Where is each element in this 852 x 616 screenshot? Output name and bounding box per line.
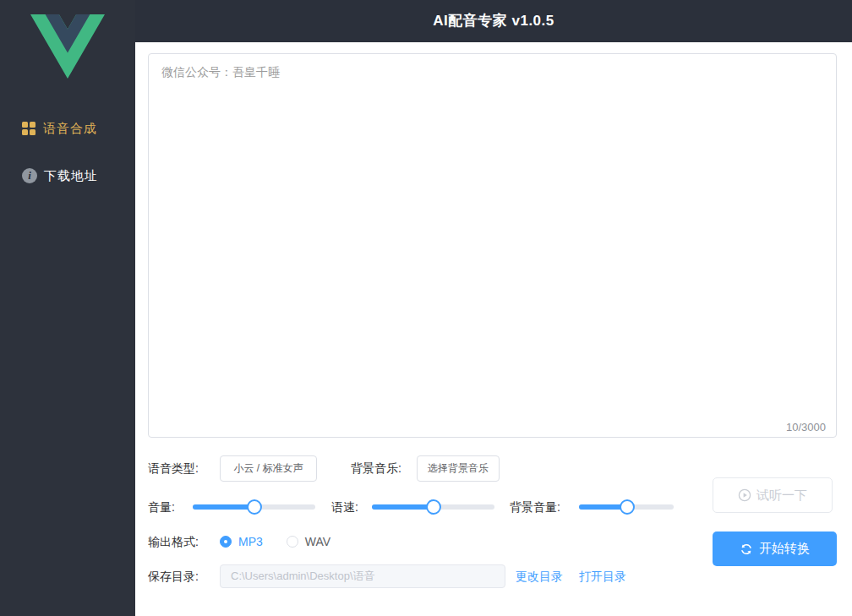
sidebar-item-download-address[interactable]: i 下载地址: [0, 164, 135, 188]
refresh-icon: [740, 542, 753, 556]
speed-label: 语速:: [331, 495, 358, 519]
sidebar-item-label: 语音合成: [43, 121, 97, 137]
text-content: 微信公众号：吾皇千睡: [161, 63, 823, 80]
radio-option-mp3[interactable]: MP3: [220, 535, 263, 548]
text-input-area[interactable]: 微信公众号：吾皇千睡 10/3000: [148, 53, 837, 438]
app-window: 语音合成 i 下载地址 AI配音专家 v1.0.5 微信公众号：吾皇千睡 10/…: [0, 0, 852, 616]
bgm-label: 背景音乐:: [351, 455, 401, 482]
preview-button-label: 试听一下: [756, 488, 807, 504]
slider-fill: [372, 504, 434, 510]
title-bar: AI配音专家 v1.0.5: [135, 0, 852, 42]
radio-label: WAV: [305, 535, 330, 548]
change-dir-link[interactable]: 更改目录: [516, 564, 563, 588]
sidebar-item-voice-synthesis[interactable]: 语音合成: [0, 117, 135, 140]
output-format-radio-group: MP3 WAV: [220, 532, 354, 551]
bg-volume-label: 背景音量:: [510, 495, 560, 519]
voice-type-label: 语音类型:: [148, 455, 199, 482]
radio-unchecked-icon: [287, 536, 298, 548]
slider-thumb[interactable]: [426, 499, 441, 515]
slider-thumb[interactable]: [620, 499, 635, 515]
radio-option-wav[interactable]: WAV: [287, 535, 330, 548]
vue-logo: [30, 14, 105, 79]
speed-slider[interactable]: [372, 499, 494, 515]
sidebar: 语音合成 i 下载地址: [0, 0, 135, 616]
grid-menu-icon: [22, 122, 36, 135]
slider-thumb[interactable]: [247, 499, 262, 515]
app-title: AI配音专家 v1.0.5: [135, 0, 852, 42]
bg-volume-slider[interactable]: [579, 499, 674, 515]
open-dir-link[interactable]: 打开目录: [579, 564, 626, 588]
slider-fill: [193, 504, 254, 510]
play-circle-icon: [738, 488, 751, 502]
info-icon: i: [22, 168, 37, 183]
volume-slider[interactable]: [193, 499, 315, 515]
sidebar-item-label: 下载地址: [44, 168, 98, 184]
voice-type-select[interactable]: 小云 / 标准女声: [220, 455, 317, 482]
convert-button[interactable]: 开始转换: [713, 532, 837, 566]
save-dir-input: C:\Users\admin\Desktop\语音: [220, 564, 505, 588]
convert-button-label: 开始转换: [759, 541, 810, 557]
save-dir-label: 保存目录:: [148, 564, 199, 588]
radio-label: MP3: [238, 535, 263, 548]
select-bgm-button[interactable]: 选择背景音乐: [417, 455, 500, 482]
volume-label: 音量:: [148, 495, 175, 519]
char-counter: 10/3000: [786, 421, 826, 433]
preview-button[interactable]: 试听一下: [713, 477, 833, 513]
output-format-label: 输出格式:: [148, 532, 199, 551]
radio-checked-icon: [220, 536, 232, 548]
